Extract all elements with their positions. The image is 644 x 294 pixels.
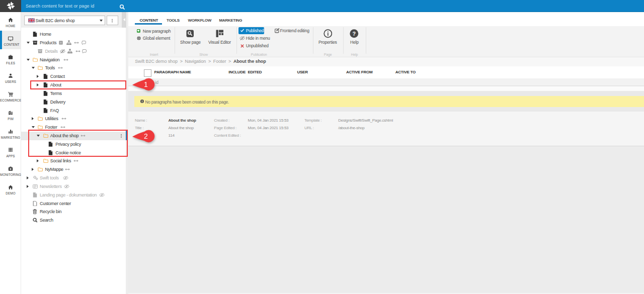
svg-text:1: 1 [144,80,148,88]
svg-text:2: 2 [144,132,148,140]
svg-text:?: ? [352,31,356,37]
